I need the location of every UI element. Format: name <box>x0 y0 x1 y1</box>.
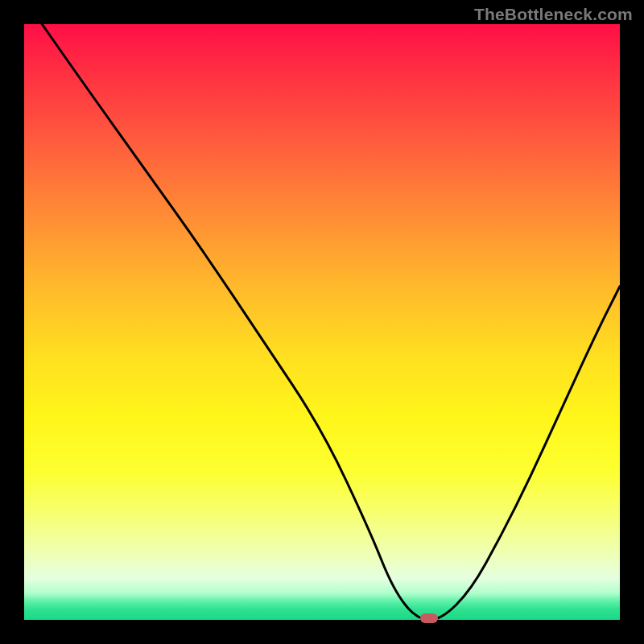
optimal-marker <box>420 613 438 623</box>
chart-frame: TheBottleneck.com <box>0 0 644 644</box>
plot-area <box>24 24 620 620</box>
watermark-text: TheBottleneck.com <box>474 5 633 24</box>
bottleneck-curve <box>24 24 620 620</box>
